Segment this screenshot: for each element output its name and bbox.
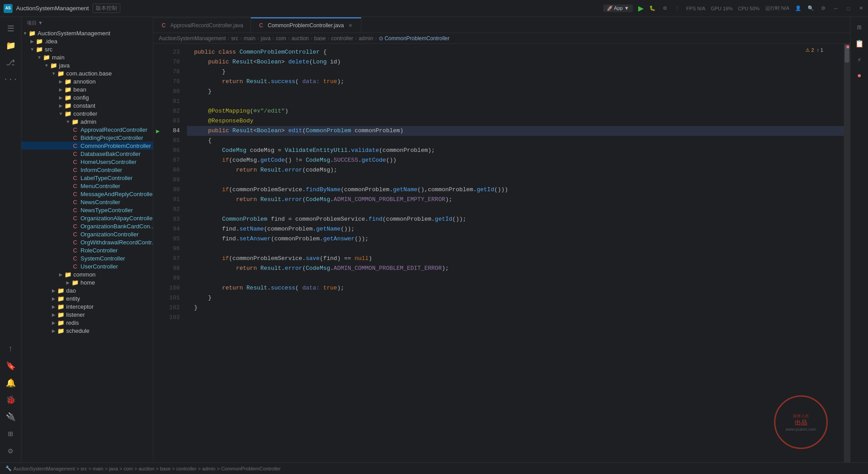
panel-icon-4[interactable]: ● (852, 69, 867, 83)
tree-item-labeltype[interactable]: C LabelTypeController (21, 174, 153, 182)
code-line-91: return Result.error(CodeMsg.ADMIN_COMMON… (187, 195, 844, 205)
project-name[interactable]: AuctionSystemManagement (16, 5, 89, 12)
tab-close-button[interactable]: ✕ (347, 22, 354, 29)
debug-button[interactable]: 🐛 (649, 5, 656, 12)
tree-item-databasebak[interactable]: C DatabaseBakController (21, 150, 153, 158)
settings-button[interactable]: ⚙ (661, 5, 669, 12)
tree-item-schedule[interactable]: ▶ 📁 schedule (21, 327, 153, 335)
java-file-icon: C (72, 150, 79, 157)
more-button[interactable]: ⋮ (674, 5, 681, 12)
sidebar-header[interactable]: 项目 ▼ (21, 17, 153, 29)
close-button[interactable]: ✕ (857, 5, 864, 12)
tab-approval[interactable]: C ApprovalRecordController.java (153, 17, 251, 33)
chevron-right-icon: ▶ (50, 287, 57, 294)
tree-label: ApprovalRecordController (80, 126, 148, 133)
gear-icon[interactable]: ⚙ (820, 5, 827, 12)
app-button[interactable]: 🚀 App ▼ (603, 4, 633, 12)
tree-item-news[interactable]: C NewsController (21, 198, 153, 206)
activity-notifications-icon[interactable]: 🔔 (3, 375, 19, 391)
java-file-icon: C (72, 247, 79, 254)
panel-icon-2[interactable]: 📋 (852, 37, 867, 51)
tree-item-entity[interactable]: ▶ 📁 entity (21, 294, 153, 302)
activity-more-icon[interactable]: ··· (3, 71, 19, 88)
panel-icon-3[interactable]: ⚡ (852, 53, 867, 67)
code-line-94: find.setName(commonProblem.getName()); (187, 224, 844, 234)
tree-item-newstype[interactable]: C NewsTypeController (21, 206, 153, 214)
folder-icon: 📁 (29, 29, 36, 37)
activity-debug-icon[interactable]: 🐞 (3, 392, 19, 408)
tree-label: entity (66, 295, 80, 302)
line-num-100: 100 (162, 283, 187, 293)
tree-item-role[interactable]: C RoleController (21, 246, 153, 254)
tree-item-org[interactable]: C OrganizationController (21, 230, 153, 238)
tree-item-src[interactable]: ▼ 📁 src (21, 45, 153, 53)
code-line-79: return Result.success( data: true); (187, 77, 844, 87)
line-num-101: 101 (162, 293, 187, 303)
tree-item-redis[interactable]: ▶ 📁 redis (21, 319, 153, 327)
user-icon[interactable]: 👤 (795, 5, 802, 12)
tree-item-user[interactable]: C UserController (21, 262, 153, 270)
activity-bookmark-icon[interactable]: 🔖 (3, 358, 19, 374)
tree-item-orgalipay[interactable]: C OrganizationAlipayControlle (21, 214, 153, 222)
tree-item-constant[interactable]: ▶ 📁 constant (21, 101, 153, 109)
tree-item-admin[interactable]: ▼ 📁 admin (21, 117, 153, 126)
folder-icon: 📁 (64, 271, 72, 278)
tree-item-messageandreply[interactable]: C MessageAndReplyControlle (21, 190, 153, 198)
code-line-86: CodeMsg codeMsg = ValidateEntityUtil.val… (187, 146, 844, 155)
title-bar: AS AuctionSystemManagement 版本控制 🚀 App ▼ … (0, 0, 868, 17)
line-num-102: 102 (162, 303, 187, 313)
tree-item-config[interactable]: ▶ 📁 config (21, 93, 153, 101)
activity-settings-icon[interactable]: ⚙ (3, 443, 19, 459)
tree-item-java[interactable]: ▼ 📁 java (21, 61, 153, 69)
tree-label: InformController (80, 167, 122, 173)
line-num-78: 78 (162, 67, 187, 77)
chevron-down-icon: ▼ (64, 118, 72, 125)
tree-item-bean[interactable]: ▶ 📁 bean (21, 85, 153, 93)
activity-terminal-icon[interactable]: ⊞ (3, 426, 19, 442)
minimize-button[interactable]: ─ (832, 5, 839, 12)
maximize-button[interactable]: □ (845, 5, 852, 12)
version-control[interactable]: 版本控制 (93, 4, 120, 13)
tree-item-orgwithdrawal[interactable]: C OrgWithdrawalRecordContr... (21, 238, 153, 246)
tree-label: OrganizationAlipayControlle (80, 215, 152, 222)
activity-commit-icon[interactable]: ↑ (3, 341, 19, 357)
run-button[interactable]: ▶ (638, 4, 644, 13)
tree-label: admin (80, 118, 96, 125)
tree-item-dao[interactable]: ▶ 📁 dao (21, 286, 153, 294)
tree-item-com[interactable]: ▼ 📁 com.auction.base (21, 69, 153, 77)
code-content[interactable]: public class CommonProblemController { p… (187, 44, 844, 462)
tree-item-orgbankcard[interactable]: C OrganizationBankCardCon... (21, 222, 153, 230)
tree-item-listener[interactable]: ▶ 📁 listener (21, 310, 153, 319)
tab-commonproblem[interactable]: C CommonProblemController.java ✕ (251, 17, 361, 33)
tree-label: config (73, 94, 89, 101)
code-line-95: find.setAnswer(commonProblem.getAnswer()… (187, 234, 844, 244)
activity-menu-icon[interactable]: ☰ (3, 21, 19, 37)
run-marker-icon[interactable]: ▶ (153, 126, 162, 136)
folder-icon: 📁 (57, 70, 64, 77)
tree-item-menu[interactable]: C MenuController (21, 182, 153, 190)
mem-label: 运行时 N/A (765, 5, 789, 12)
breadcrumb-part: ⊙ CommonProblemController (379, 35, 450, 42)
tree-item-homeusers[interactable]: C HomeUsersController (21, 158, 153, 166)
tree-item-interceptor[interactable]: ▶ 📁 interceptor (21, 302, 153, 310)
search-icon[interactable]: 🔍 (807, 5, 814, 12)
chevron-right-icon: ▶ (29, 38, 36, 45)
tree-item-main[interactable]: ▼ 📁 main (21, 53, 153, 61)
tree-label: OrganizationBankCardCon... (80, 223, 153, 230)
tree-item-controller[interactable]: ▼ 📁 controller (21, 109, 153, 117)
activity-plugin-icon[interactable]: 🔌 (3, 409, 19, 425)
activity-git-icon[interactable]: ⎇ (3, 55, 19, 71)
activity-explorer-icon[interactable]: 📁 (3, 38, 19, 54)
tree-item-commonproblem[interactable]: C CommonProblemController (21, 142, 153, 150)
tree-item-home[interactable]: ▶ 📁 home (21, 278, 153, 286)
tree-item-idea[interactable]: ▶ 📁 .idea (21, 37, 153, 45)
tree-item-approval[interactable]: C ApprovalRecordController (21, 126, 153, 134)
panel-icon-1[interactable]: m (852, 21, 867, 35)
tree-item-system[interactable]: C SystemController (21, 254, 153, 262)
scroll-track[interactable] (844, 44, 850, 462)
tree-item-annotion[interactable]: ▶ 📁 annotion (21, 77, 153, 85)
tree-item-inform[interactable]: C InformController (21, 166, 153, 174)
tree-item-bidding[interactable]: C BiddingProjectController (21, 134, 153, 142)
tree-item-root[interactable]: ▼ 📁 AuctionSystemManagement (21, 29, 153, 37)
tree-item-common[interactable]: ▶ 📁 common (21, 270, 153, 278)
